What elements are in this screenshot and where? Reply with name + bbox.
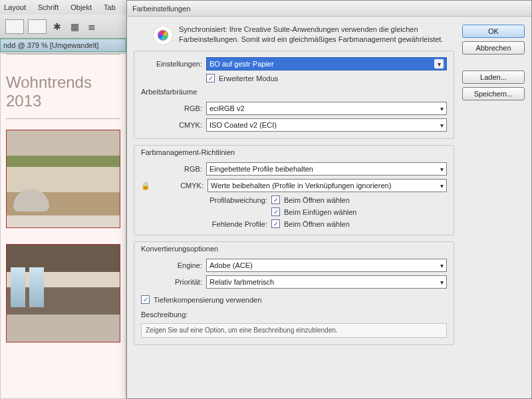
mismatch-open-label: Beim Öffnen wählen xyxy=(284,196,350,204)
chevron-down-icon: ▾ xyxy=(440,262,444,269)
working-rgb-value: eciRGB v2 xyxy=(209,104,245,112)
blackpoint-label: Tiefenkompensierung verwenden xyxy=(154,296,261,304)
policy-cmyk-select[interactable]: Werte beibehalten (Profile in Verknüpfun… xyxy=(207,179,447,192)
toolbar-field[interactable] xyxy=(5,19,24,34)
working-cmyk-select[interactable]: ISO Coated v2 (ECI) ▾ xyxy=(206,118,447,132)
list-icon[interactable]: ≣ xyxy=(85,20,98,33)
engine-select[interactable]: Adobe (ACE) ▾ xyxy=(206,259,447,272)
menu-layout[interactable]: Layout xyxy=(4,3,26,11)
image-frame[interactable] xyxy=(6,244,120,342)
rgb-label: RGB: xyxy=(141,104,202,112)
engine-label: Engine: xyxy=(141,261,202,269)
missing-open-checkbox[interactable] xyxy=(271,219,280,228)
policy-rgb-value: Eingebettete Profile beibehalten xyxy=(209,165,313,173)
conversion-legend: Konvertierungsoptionen xyxy=(141,245,447,255)
sync-status-icon xyxy=(154,26,172,45)
policy-rgb-label: RGB: xyxy=(141,165,202,173)
dialog-title: Farbeinstellungen xyxy=(132,5,190,13)
mismatch-paste-checkbox[interactable] xyxy=(271,207,280,216)
policy-cmyk-label: CMYK: xyxy=(154,182,203,190)
missing-profile-label: Fehlende Profile: xyxy=(141,220,267,228)
engine-value: Adobe (ACE) xyxy=(209,261,253,269)
priority-value: Relativ farbmetrisch xyxy=(209,278,274,286)
priority-select[interactable]: Relativ farbmetrisch ▾ xyxy=(206,275,447,289)
save-button[interactable]: Speichern... xyxy=(462,87,525,100)
load-button[interactable]: Laden... xyxy=(462,70,525,84)
extended-mode-label: Erweiterter Modus xyxy=(219,74,278,82)
policies-group: Farbmanagement-Richtlinien RGB: Eingebet… xyxy=(134,145,454,235)
working-rgb-select[interactable]: eciRGB v2 ▾ xyxy=(206,102,447,115)
blackpoint-checkbox[interactable] xyxy=(141,295,150,304)
policies-legend: Farbmanagement-Richtlinien xyxy=(141,148,447,159)
menu-font[interactable]: Schrift xyxy=(38,3,59,11)
bug-icon[interactable]: ✱ xyxy=(51,20,64,33)
settings-label: Einstellungen: xyxy=(141,60,202,68)
policy-cmyk-value: Werte beibehalten (Profile in Verknüpfun… xyxy=(211,182,391,190)
conversion-group: Konvertierungsoptionen Engine: Adobe (AC… xyxy=(134,241,454,345)
menu-table[interactable]: Tab xyxy=(104,3,116,11)
mismatch-paste-label: Beim Einfügen wählen xyxy=(284,208,356,216)
cancel-button[interactable]: Abbrechen xyxy=(462,41,525,55)
color-settings-dialog: Farbeinstellungen Synchronisiert: Ihre C… xyxy=(126,0,532,399)
missing-open-label: Beim Öffnen wählen xyxy=(284,220,350,228)
chevron-down-icon: ▾ xyxy=(440,105,444,112)
document-area: Wohntrends 2013 xyxy=(0,53,126,399)
chevron-down-icon: ▾ xyxy=(440,122,444,129)
extended-mode-checkbox[interactable] xyxy=(206,74,215,82)
lock-icon: 🔒 xyxy=(141,182,150,190)
settings-select[interactable]: BO auf gestr Papier ▾ xyxy=(206,57,447,70)
settings-group: Einstellungen: BO auf gestr Papier ▾ Erw… xyxy=(134,51,454,139)
grid-icon[interactable]: ▦ xyxy=(68,20,81,33)
menu-object[interactable]: Objekt xyxy=(70,3,92,11)
working-spaces-legend: Arbeitsfarbräume xyxy=(141,88,447,98)
mismatch-open-checkbox[interactable] xyxy=(271,196,280,204)
image-frame[interactable] xyxy=(6,130,120,228)
chevron-down-icon: ▾ xyxy=(440,279,444,286)
document-tab[interactable]: ndd @ 379 % [Umgewandelt] xyxy=(0,39,126,52)
dialog-title-bar: Farbeinstellungen xyxy=(127,1,531,17)
settings-select-value: BO auf gestr Papier xyxy=(209,60,274,68)
ok-button[interactable]: OK xyxy=(462,25,525,38)
page-title: Wohntrends 2013 xyxy=(6,73,126,110)
chevron-down-icon: ▾ xyxy=(440,166,444,173)
sync-status-text: Synchronisiert: Ihre Creative Suite-Anwe… xyxy=(179,25,454,45)
document-tab-label: ndd @ 379 % [Umgewandelt] xyxy=(3,41,98,49)
chevron-down-icon: ▾ xyxy=(440,182,444,190)
cmyk-label: CMYK: xyxy=(141,121,202,129)
toolbar-field[interactable] xyxy=(28,19,47,34)
description-text: Zeigen Sie auf eine Option, um eine Besc… xyxy=(141,323,447,338)
priority-label: Priorität: xyxy=(141,278,202,286)
policy-rgb-select[interactable]: Eingebettete Profile beibehalten ▾ xyxy=(206,162,447,176)
profile-mismatch-label: Profilabweichung: xyxy=(141,196,267,204)
working-cmyk-value: ISO Coated v2 (ECI) xyxy=(209,121,277,129)
chevron-down-icon: ▾ xyxy=(434,59,444,68)
description-legend: Beschreibung: xyxy=(141,311,447,321)
